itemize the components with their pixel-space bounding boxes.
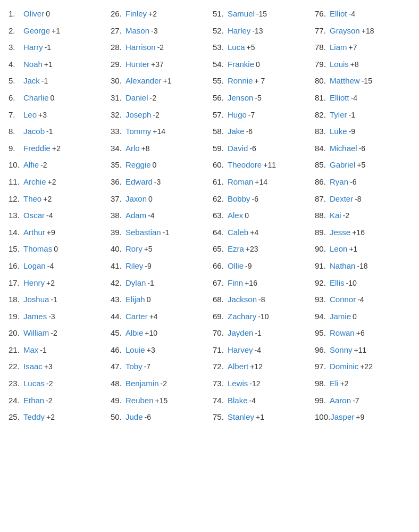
column-2: 26.Finley +227.Mason -328.Harrison -229.…	[107, 5, 210, 426]
list-item: 49.Reuben +15	[110, 392, 207, 409]
rank-number: 91.	[315, 260, 330, 271]
entry-name: Ollie	[228, 260, 244, 271]
list-item: 35.Reggie 0	[110, 156, 207, 173]
list-item: 73.Lewis -12	[212, 375, 309, 392]
rank-number: 80.	[315, 75, 330, 86]
entry-name: Edward	[125, 176, 153, 187]
rank-number: 95.	[315, 327, 330, 338]
list-item: 53.Luca +5	[212, 39, 309, 56]
entry-name: Jayden	[228, 327, 253, 338]
list-item: 89.Jesse +16	[314, 224, 412, 241]
rank-number: 55.	[213, 75, 228, 86]
entry-name: Max	[23, 344, 38, 355]
list-item: 93.Connor -4	[314, 291, 412, 308]
rankings-grid: 1.Oliver 02.George +13.Harry -14.Noah +1…	[5, 5, 414, 426]
entry-change: -3	[154, 177, 161, 188]
entry-change: +8	[350, 60, 359, 70]
rank-number: 50.	[111, 411, 125, 422]
entry-name: Ethan	[23, 395, 44, 406]
entry-name: Aaron	[330, 395, 351, 406]
entry-name: Theodore	[228, 159, 262, 170]
entry-change: -7	[248, 110, 255, 121]
rank-number: 85.	[315, 159, 330, 170]
entry-change: +37	[151, 60, 164, 70]
list-item: 84.Michael -6	[314, 140, 412, 157]
entry-change: -4	[46, 211, 53, 221]
entry-change: -4	[351, 93, 357, 104]
list-item: 94.Jamie 0	[314, 308, 412, 325]
entry-name: Jackson	[228, 294, 257, 305]
entry-change: +14	[255, 177, 267, 188]
entry-change: +12	[250, 362, 263, 372]
list-item: 4.Noah +1	[7, 56, 105, 73]
entry-change: -12	[249, 379, 260, 389]
column-1: 1.Oliver 02.George +13.Harry -14.Noah +1…	[5, 5, 107, 426]
rank-number: 6.	[9, 92, 23, 103]
entry-change: +4	[250, 228, 258, 238]
entry-name: Archie	[23, 176, 46, 187]
rank-number: 73.	[213, 378, 228, 389]
list-item: 58.Jake -6	[212, 123, 309, 140]
rank-number: 74.	[213, 395, 228, 406]
list-item: 57.Hugo -7	[212, 106, 309, 123]
entry-change: +2	[52, 144, 61, 154]
list-item: 48.Benjamin -2	[110, 375, 207, 392]
list-item: 50.Jude -6	[110, 409, 207, 426]
entry-name: Stanley	[228, 411, 254, 422]
entry-name: Benjamin	[125, 378, 159, 389]
list-item: 96.Sonny +11	[314, 342, 412, 359]
entry-name: Elliot	[330, 8, 347, 19]
list-item: 32.Joseph -2	[110, 106, 207, 123]
rank-number: 38.	[111, 210, 125, 221]
entry-change: -1	[51, 295, 57, 305]
entry-change: -2	[343, 211, 349, 221]
rank-number: 24.	[9, 395, 23, 406]
rank-number: 93.	[315, 294, 330, 305]
rank-number: 61.	[213, 176, 228, 187]
entry-change: -1	[163, 228, 169, 238]
entry-name: Elijah	[125, 294, 145, 305]
list-item: 43.Elijah 0	[110, 291, 207, 308]
list-item: 72.Albert +12	[212, 358, 309, 375]
entry-name: Jack	[23, 75, 40, 86]
entry-change: -2	[150, 93, 156, 104]
entry-change: -1	[46, 127, 53, 137]
rank-number: 100.	[315, 411, 330, 422]
entry-change: 0	[245, 211, 249, 221]
rank-number: 48.	[111, 378, 125, 389]
entry-change: +2	[43, 194, 52, 205]
rank-number: 3.	[9, 41, 23, 53]
rank-number: 54.	[213, 59, 228, 70]
list-item: 78.Liam +7	[314, 39, 412, 56]
entry-name: Lucas	[23, 378, 45, 389]
entry-change: +2	[46, 412, 55, 423]
entry-name: Jacob	[23, 126, 45, 137]
entry-change: -1	[41, 76, 48, 87]
entry-name: Isaac	[23, 361, 43, 372]
entry-name: Ryan	[330, 176, 348, 187]
rank-number: 82.	[315, 109, 330, 120]
list-item: 19.James -3	[7, 308, 105, 325]
entry-name: James	[23, 311, 47, 322]
list-item: 42.Dylan -1	[110, 275, 207, 292]
entry-change: -4	[357, 295, 364, 305]
entry-name: Carter	[125, 311, 148, 322]
column-4: 76.Elliot -477.Grayson +1878.Liam +779.L…	[312, 5, 414, 426]
entry-name: Louie	[125, 344, 145, 355]
rank-number: 67.	[213, 277, 228, 288]
list-item: 62.Bobby -6	[212, 190, 309, 207]
rank-number: 34.	[111, 143, 125, 154]
entry-change: +5	[247, 43, 255, 53]
rank-number: 62.	[213, 193, 228, 204]
entry-change: -18	[357, 261, 367, 272]
entry-name: Luke	[330, 126, 347, 137]
entry-name: Jamie	[330, 311, 351, 322]
rank-number: 2.	[9, 25, 23, 36]
entry-name: Connor	[330, 294, 356, 305]
entry-change: +1	[349, 244, 357, 255]
rank-number: 41.	[111, 260, 125, 271]
entry-change: +4	[149, 312, 158, 322]
list-item: 12.Theo +2	[7, 190, 105, 207]
list-item: 52.Harley -13	[212, 22, 309, 39]
list-item: 60.Theodore +11	[212, 156, 309, 173]
